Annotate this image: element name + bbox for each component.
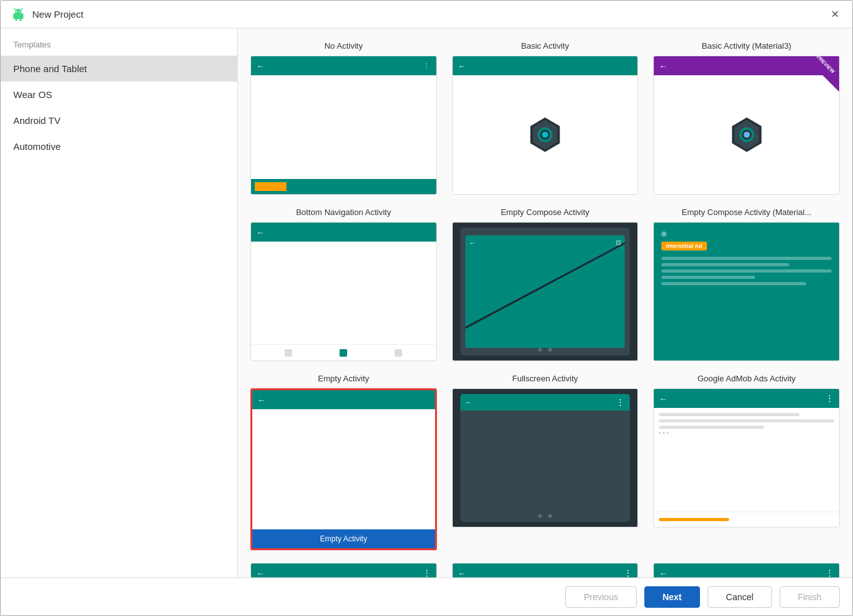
svg-line-4 — [14, 8, 16, 10]
template-label-fullscreen-activity: Fullscreen Activity — [512, 374, 578, 383]
template-card-basic-activity-material3[interactable]: ← PREVIEW — [653, 56, 840, 195]
template-card-empty-compose-activity-material[interactable]: Interstitial Ad — [653, 222, 840, 361]
template-label-no-activity: No Activity — [324, 41, 363, 51]
template-item-no-activity[interactable]: No Activity ← ⋮ — [250, 41, 437, 195]
template-card-empty-activity[interactable]: ← Empty Activity — [250, 388, 437, 550]
new-project-window: New Project ✕ Templates Phone and Tablet… — [0, 0, 853, 616]
template-card-empty-compose-activity[interactable]: ← ⊡ — [452, 222, 639, 361]
template-card-navigation-drawer[interactable]: ← ⋮ ★ — [452, 563, 639, 577]
template-item-google-admob-ads-activity[interactable]: Google AdMob Ads Activity ← ⋮ — [653, 374, 840, 550]
template-card-settings-activity[interactable]: ← ⋮ — [653, 563, 840, 577]
cancel-button[interactable]: Cancel — [708, 586, 772, 608]
svg-rect-3 — [20, 19, 21, 21]
window-title: New Project — [32, 9, 827, 20]
template-label-google-admob-ads-activity: Google AdMob Ads Activity — [697, 374, 795, 383]
template-item-empty-compose-activity-material[interactable]: Empty Compose Activity (Material... Inte… — [653, 207, 840, 361]
finish-button[interactable]: Finish — [780, 586, 840, 608]
template-card-no-activity[interactable]: ← ⋮ — [250, 56, 437, 195]
template-item-empty-activity[interactable]: Empty Activity ← Empty Activity — [250, 374, 437, 550]
sidebar-item-wear-os[interactable]: Wear OS — [1, 82, 237, 108]
next-button[interactable]: Next — [644, 586, 700, 608]
template-item-empty-compose-activity[interactable]: Empty Compose Activity ← ⊡ — [452, 207, 639, 361]
svg-point-12 — [542, 132, 548, 138]
main-content: Templates Phone and Tablet Wear OS Andro… — [1, 28, 852, 577]
template-label-empty-activity: Empty Activity — [318, 374, 369, 383]
template-label-basic-activity-material3: Basic Activity (Material3) — [702, 41, 792, 51]
sidebar-item-phone-tablet[interactable]: Phone and Tablet — [1, 56, 237, 82]
svg-rect-1 — [13, 13, 23, 19]
template-label-bottom-navigation-activity: Bottom Navigation Activity — [296, 207, 391, 217]
sidebar-item-automotive[interactable]: Automotive — [1, 133, 237, 159]
svg-point-17 — [744, 132, 750, 138]
template-card-bottom-navigation-activity[interactable]: ← — [250, 222, 437, 361]
templates-grid: No Activity ← ⋮ Basic Activity ← — [250, 41, 840, 577]
svg-line-5 — [21, 8, 23, 10]
template-item-navigation-drawer[interactable]: ← ⋮ ★ — [452, 563, 639, 577]
svg-point-7 — [20, 11, 21, 12]
template-item-settings-activity[interactable]: ← ⋮ — [653, 563, 840, 577]
template-item-bottom-navigation-activity[interactable]: Bottom Navigation Activity ← — [250, 207, 437, 361]
template-card-map-activity[interactable]: ← ⋮ 📍 — [250, 563, 437, 577]
template-item-basic-activity[interactable]: Basic Activity ← — [452, 41, 639, 195]
previous-button[interactable]: Previous — [565, 586, 636, 608]
footer-bar: Previous Next Cancel Finish — [1, 577, 852, 615]
titlebar: New Project ✕ — [1, 1, 852, 28]
template-card-fullscreen-activity[interactable]: ← ⋮ — [452, 388, 639, 527]
close-button[interactable]: ✕ — [827, 7, 842, 22]
template-item-fullscreen-activity[interactable]: Fullscreen Activity ← ⋮ — [452, 374, 639, 550]
svg-point-6 — [16, 11, 18, 12]
android-logo — [11, 7, 26, 22]
template-label-empty-compose-activity: Empty Compose Activity — [501, 207, 589, 217]
template-item-map-activity[interactable]: ← ⋮ 📍 — [250, 563, 437, 577]
templates-area: No Activity ← ⋮ Basic Activity ← — [238, 28, 852, 577]
template-card-google-admob-ads-activity[interactable]: ← ⋮ — [653, 388, 840, 527]
template-item-basic-activity-material3[interactable]: Basic Activity (Material3) ← PREVIEW — [653, 41, 840, 195]
template-label-empty-compose-activity-material: Empty Compose Activity (Material... — [682, 207, 811, 217]
svg-rect-2 — [15, 19, 17, 21]
sidebar: Templates Phone and Tablet Wear OS Andro… — [1, 28, 238, 577]
template-label-basic-activity: Basic Activity — [521, 41, 569, 51]
sidebar-item-android-tv[interactable]: Android TV — [1, 108, 237, 133]
template-card-basic-activity[interactable]: ← — [452, 56, 639, 195]
sidebar-section-label: Templates — [1, 28, 237, 56]
